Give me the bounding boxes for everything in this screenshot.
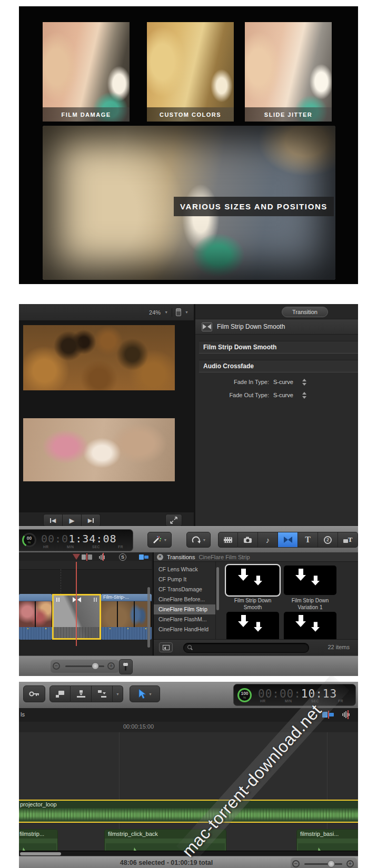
fade-out-stepper[interactable] (302, 392, 306, 399)
playhead-marker[interactable] (73, 554, 80, 560)
timeline-ruler[interactable] (19, 561, 152, 570)
browser-category-list: CF Lens Whack CF Pump It CF TransDamage … (154, 562, 216, 640)
connect-edit-button[interactable] (49, 685, 71, 702)
category-cineflare-flashm[interactable]: CineFlare FlashM... (154, 614, 215, 624)
view-options-icon[interactable] (176, 308, 181, 316)
playhead-line[interactable] (76, 562, 77, 646)
themes-browser-button[interactable]: T (338, 532, 358, 548)
inspector-title: Film Strip Down Smooth (217, 323, 285, 330)
category-cineflare-handheld[interactable]: CineFlare HandHeld (154, 624, 215, 634)
transitions-browser-button[interactable] (278, 532, 298, 548)
viewer-frame-top (23, 325, 175, 390)
next-icon: ▶ (88, 517, 92, 524)
timecode-dashboard[interactable]: 00 % 00:01:34:08 HR MIN SEC FR (19, 529, 133, 551)
transition-item-film-strip-down-variation-1[interactable]: Film Strip Down Variation 1 (284, 566, 336, 611)
cursor-arrow-icon (137, 689, 146, 699)
previous-icon: ◀ (52, 517, 56, 524)
category-cf-pump-it[interactable]: CF Pump It (154, 574, 215, 584)
inspector-section-effect[interactable]: Film Strip Down Smooth (199, 341, 358, 354)
zoom-out-icon[interactable]: − (53, 662, 60, 670)
transition-item-partial[interactable] (226, 612, 279, 641)
inspector-section-audio-crossfade[interactable]: Audio Crossfade (199, 360, 358, 372)
browser-header: × Transitions CineFlare Film Strip (154, 552, 358, 562)
bar-icon (93, 518, 94, 523)
close-icon[interactable]: × (157, 554, 163, 560)
chevron-down-icon: ▼ (116, 692, 120, 696)
magic-wand-icon (152, 535, 162, 544)
timecode-dim: 00:00: (258, 688, 301, 700)
snapping-icon[interactable] (139, 554, 148, 560)
media-browser-buttons: ♪ T 2 T (218, 532, 358, 548)
edit-options-dropdown[interactable]: ▼ (113, 685, 123, 702)
scrollbar-thumb[interactable] (20, 852, 61, 855)
category-cineflare-before[interactable]: CineFlare Before... (154, 594, 215, 604)
timeline-vertical-scrollbar[interactable] (147, 587, 150, 648)
play-button[interactable]: ▶ (63, 514, 82, 527)
transition-item-film-strip-down-smooth[interactable]: Film Strip Down Smooth (226, 566, 279, 611)
timecode-display: 00:01:34:08 (41, 532, 116, 545)
main-toolbar: 00 % 00:01:34:08 HR MIN SEC FR (19, 526, 358, 553)
clip-thumbnails (19, 601, 52, 627)
audio-clip-projector-loop-selected[interactable]: projector_loop (19, 800, 358, 823)
fade-in-value[interactable]: S-curve (273, 379, 293, 385)
sidebar-toggle-button[interactable] (159, 642, 173, 652)
titles-browser-button[interactable]: T (298, 532, 318, 548)
category-list-scrollbar[interactable] (216, 567, 219, 610)
enhancements-button[interactable]: ▼ (147, 532, 172, 548)
previous-frame-button[interactable]: ◀ (43, 514, 63, 527)
viewer-zoom-value[interactable]: 24% (149, 309, 161, 316)
append-edit-button[interactable] (92, 685, 113, 702)
fade-out-value[interactable]: S-curve (273, 392, 293, 398)
insert-edit-button[interactable] (71, 685, 92, 702)
trim-marks-left (56, 598, 59, 602)
audio-skimming-icon[interactable]: S (119, 553, 126, 561)
timeline-clip-right[interactable]: Film-Strip-... (101, 594, 152, 640)
transition-item-partial[interactable] (284, 612, 336, 641)
next-frame-button[interactable]: ▶ (82, 514, 101, 527)
viewer-frame-bottom (23, 418, 175, 481)
tab-transition[interactable]: Transition (282, 307, 328, 317)
chevron-down-icon[interactable]: ▼ (185, 310, 188, 314)
retime-button[interactable]: ▼ (186, 532, 211, 548)
zoom-slider-track[interactable] (304, 863, 342, 865)
zoom-slider-knob[interactable] (92, 662, 99, 670)
transitions-bowtie-icon (284, 537, 292, 543)
generators-browser-button[interactable]: 2 (318, 532, 338, 548)
zoom-slider-knob[interactable] (328, 860, 335, 867)
category-cineflare-film-strip-selected[interactable]: CineFlare Film Strip (154, 604, 215, 614)
audio-waveform-icon[interactable] (342, 711, 354, 719)
browser-breadcrumb: CineFlare Film Strip (199, 554, 250, 560)
keyword-button[interactable] (23, 685, 45, 702)
audio-waveform-icon[interactable] (99, 554, 107, 560)
timeline-clip-left[interactable] (19, 594, 52, 640)
chevron-down-icon[interactable]: ▼ (164, 310, 168, 314)
clip-appearance-switch[interactable] (119, 659, 133, 674)
video-browser-button[interactable] (218, 532, 238, 548)
editor-main-row: S (19, 552, 358, 655)
photos-browser-button[interactable] (238, 532, 258, 548)
play-icon: ▶ (70, 517, 75, 524)
zoom-in-icon[interactable]: + (346, 860, 354, 867)
fullscreen-button[interactable] (165, 514, 182, 527)
zoom-out-icon[interactable]: − (292, 860, 300, 867)
zoom-in-icon[interactable]: + (107, 662, 115, 670)
bar-icon (50, 518, 51, 523)
category-cf-transdamage[interactable]: CF TransDamage (154, 584, 215, 594)
skimmer-guide (61, 569, 61, 594)
promo-banner: VARIOUS SIZES AND POSITIONS (174, 197, 334, 216)
clip-audio-waveform (101, 627, 152, 640)
clip-appearance-icon[interactable] (82, 554, 92, 560)
fade-out-label: Fade Out Type: (195, 392, 269, 398)
render-gauge: 00 % (22, 533, 36, 547)
inspector-header: Film Strip Down Smooth (195, 319, 358, 335)
music-note-icon: ♪ (266, 536, 270, 544)
selection-duration-status: 48:06 selected - 01:00:19 total (19, 859, 314, 866)
timecode-bright: 1:34:08 (68, 532, 116, 545)
promo-thumb-slide-jitter: SLIDE JITTER (245, 22, 332, 122)
fade-in-stepper[interactable] (302, 379, 306, 386)
category-cf-lens-whack[interactable]: CF Lens Whack (154, 564, 215, 574)
search-input[interactable] (183, 643, 309, 653)
item-count: 22 items (328, 644, 350, 650)
select-tool-button[interactable]: ▼ (130, 685, 160, 702)
music-browser-button[interactable]: ♪ (258, 532, 278, 548)
